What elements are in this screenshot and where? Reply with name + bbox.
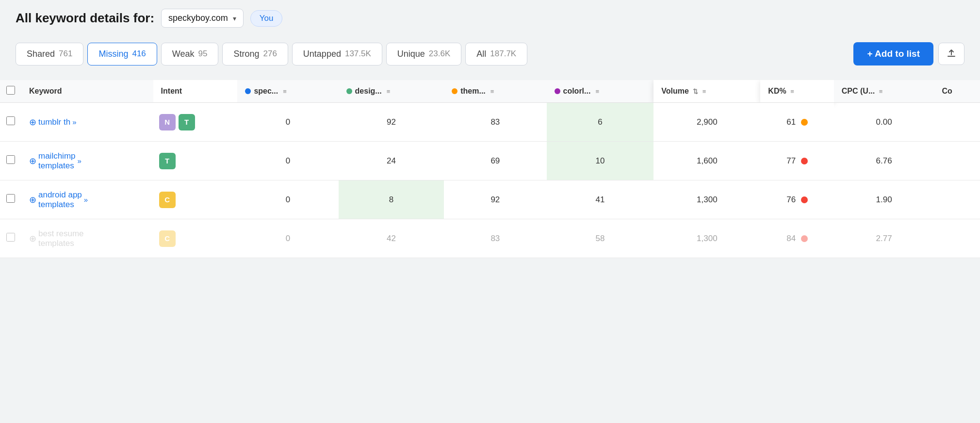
row1-intent-cell: N T (153, 103, 238, 142)
tab-strong-label: Strong (233, 49, 259, 59)
tab-weak-count: 95 (198, 49, 208, 59)
header-row: All keyword details for: speckyboy.com ▾… (0, 0, 980, 36)
table-header-row: Keyword Intent spec... ≡ (0, 80, 980, 103)
cpc-column-header: CPC (U... ≡ (834, 80, 934, 103)
row2-colorl: 10 (547, 142, 654, 180)
tab-unique-label: Unique (397, 49, 425, 59)
tab-shared-label: Shared (27, 49, 55, 59)
row1-arrows-icon: » (72, 118, 76, 126)
row1-plus-icon: ⊕ (29, 117, 36, 128)
row1-badge-n: N (159, 114, 176, 130)
row4-them: 83 (444, 219, 546, 258)
domain-selector[interactable]: speckyboy.com ▾ (161, 9, 244, 28)
row2-badge-t: T (159, 153, 176, 169)
row4-keyword-link[interactable]: ⊕ best resumetemplates (29, 229, 146, 248)
row2-keyword-link[interactable]: ⊕ mailchimptemplates » (29, 151, 146, 171)
co-column-header: Co (934, 80, 980, 103)
export-button[interactable] (938, 43, 964, 65)
page-title: All keyword details for: (16, 11, 154, 26)
row4-kd: 84 (760, 219, 833, 258)
tab-weak[interactable]: Weak 95 (161, 43, 219, 65)
spec-filter-icon[interactable]: ≡ (283, 88, 287, 95)
row3-cpc: 1.90 (834, 180, 934, 219)
row4-checkbox-cell[interactable] (0, 219, 21, 258)
row2-them: 69 (444, 142, 546, 180)
tab-shared[interactable]: Shared 761 (16, 43, 83, 65)
volume-sort-icon[interactable]: ⇅ (693, 88, 698, 95)
row4-spec: 0 (237, 219, 338, 258)
kd-column-header: KD% ≡ (760, 80, 833, 103)
row3-kd-dot (801, 196, 808, 203)
row2-desig: 24 (339, 142, 444, 180)
select-all-header[interactable] (0, 80, 21, 103)
row4-intent-cell: C (153, 219, 238, 258)
row1-kd: 61 (760, 103, 833, 142)
domain-label: speckyboy.com (168, 13, 228, 23)
row1-keyword-text: tumblr th (38, 117, 70, 127)
tab-strong[interactable]: Strong 276 (222, 43, 288, 65)
row2-intent-cell: T (153, 142, 238, 180)
row3-keyword-link[interactable]: ⊕ android apptemplates » (29, 190, 146, 210)
tab-all-count: 187.7K (490, 49, 516, 59)
row4-volume: 1,300 (653, 219, 760, 258)
row1-checkbox[interactable] (6, 116, 15, 125)
colorl-filter-icon[interactable]: ≡ (595, 88, 599, 95)
row1-co (934, 103, 980, 142)
table-container: Keyword Intent spec... ≡ (0, 80, 980, 258)
row2-kd: 77 (760, 142, 833, 180)
row2-checkbox-cell[interactable] (0, 142, 21, 180)
row1-keyword-link[interactable]: ⊕ tumblr th » (29, 117, 146, 128)
row1-intent-badges: N T (159, 114, 232, 130)
row4-checkbox[interactable] (6, 233, 15, 242)
volume-column-header: Volume ⇅ ≡ (653, 80, 760, 103)
row2-kd-dot (801, 158, 808, 164)
them-filter-icon[interactable]: ≡ (490, 88, 494, 95)
row3-checkbox-cell[interactable] (0, 180, 21, 219)
tab-untapped[interactable]: Untapped 137.5K (292, 43, 382, 65)
select-all-checkbox[interactable] (6, 86, 15, 95)
desig-dot (346, 88, 352, 94)
table-row: ⊕ mailchimptemplates » T 0 24 69 10 (0, 142, 980, 180)
row3-colorl: 41 (547, 180, 654, 219)
tab-missing[interactable]: Missing 416 (87, 43, 157, 65)
row1-volume: 2,900 (653, 103, 760, 142)
spec-column-header: spec... ≡ (237, 80, 338, 103)
row1-colorl: 6 (547, 103, 654, 142)
row3-badge-c: C (159, 192, 176, 208)
row1-checkbox-cell[interactable] (0, 103, 21, 142)
table-row: ⊕ tumblr th » N T 0 92 83 6 (0, 103, 980, 142)
row3-plus-icon: ⊕ (29, 195, 36, 205)
row2-plus-icon: ⊕ (29, 156, 36, 166)
row2-cpc: 6.76 (834, 142, 934, 180)
row1-cpc: 0.00 (834, 103, 934, 142)
row4-colorl: 58 (547, 219, 654, 258)
tab-weak-label: Weak (172, 49, 195, 59)
cpc-filter-icon[interactable]: ≡ (879, 88, 883, 95)
row4-desig: 42 (339, 219, 444, 258)
them-dot (452, 88, 457, 94)
kd-filter-icon[interactable]: ≡ (790, 88, 794, 95)
tab-all-label: All (476, 49, 486, 59)
chevron-down-icon: ▾ (233, 15, 236, 22)
row2-spec: 0 (237, 142, 338, 180)
row3-arrows-icon: » (84, 195, 88, 204)
row3-spec: 0 (237, 180, 338, 219)
tab-shared-count: 761 (59, 49, 72, 59)
row4-cpc: 2.77 (834, 219, 934, 258)
tab-unique[interactable]: Unique 23.6K (386, 43, 461, 65)
svg-rect-0 (947, 56, 955, 57)
tab-all[interactable]: All 187.7K (465, 43, 527, 65)
tab-strong-count: 276 (263, 49, 277, 59)
row3-kd: 76 (760, 180, 833, 219)
page-wrapper: All keyword details for: speckyboy.com ▾… (0, 0, 980, 423)
row1-badge-t: T (179, 114, 195, 130)
volume-filter-icon[interactable]: ≡ (702, 88, 706, 95)
row3-desig: 8 (339, 180, 444, 219)
row3-checkbox[interactable] (6, 194, 15, 203)
row1-kd-dot (801, 119, 808, 126)
add-to-list-button[interactable]: + Add to list (853, 42, 933, 65)
row2-checkbox[interactable] (6, 155, 15, 164)
row4-badge-c: C (159, 230, 176, 247)
keyword-table: Keyword Intent spec... ≡ (0, 80, 980, 258)
desig-filter-icon[interactable]: ≡ (387, 88, 391, 95)
